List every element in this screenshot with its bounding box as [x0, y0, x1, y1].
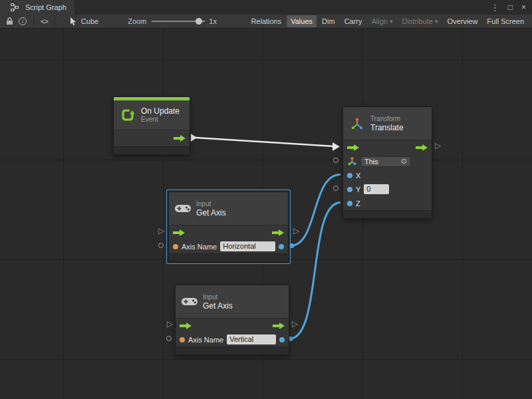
gamepad-icon — [174, 204, 192, 213]
flow-output-port[interactable] — [272, 229, 284, 236]
node-footer — [169, 253, 288, 261]
cursor-icon — [70, 17, 76, 26]
zoom-value: 1x — [209, 17, 217, 25]
y-port-label: Y — [356, 186, 360, 194]
flow-input-triangle-port[interactable]: ▷ — [158, 227, 164, 235]
node-get-axis-horizontal[interactable]: Input Get Axis Axis Name Horizontal — [168, 192, 289, 262]
node-header: Input Get Axis — [176, 285, 289, 319]
node-footer — [176, 346, 289, 354]
flow-wire-start-port[interactable] — [191, 134, 197, 142]
selected-node-outline: Input Get Axis Axis Name Horizontal — [166, 190, 291, 264]
axis-name-port-dot[interactable] — [180, 337, 185, 342]
tab-script-graph[interactable]: Script Graph — [0, 0, 74, 15]
node-title: Get Axis — [203, 301, 233, 311]
node-footer — [343, 210, 432, 218]
node-title: Get Axis — [196, 208, 226, 217]
flow-output-port[interactable] — [174, 135, 186, 142]
values-button[interactable]: Values — [287, 15, 317, 27]
flow-wire-arrowhead — [332, 142, 340, 151]
close-icon[interactable]: × — [521, 3, 526, 12]
fullscreen-button[interactable]: Full Screen — [483, 15, 528, 27]
z-port-label: Z — [356, 200, 360, 207]
y-value-field[interactable]: 0 — [364, 184, 389, 194]
axis-name-label: Axis Name — [188, 336, 223, 344]
x-input-row: X — [343, 168, 432, 182]
zoom-slider-knob[interactable] — [196, 18, 202, 25]
gamepad-icon — [181, 297, 198, 306]
node-category: Input — [203, 293, 233, 301]
align-button[interactable]: Align ▾ — [368, 15, 397, 27]
carry-button[interactable]: Carry — [340, 15, 366, 27]
y-port-dot[interactable] — [347, 187, 352, 192]
maximize-icon[interactable]: □ — [508, 3, 513, 12]
flow-input-port[interactable] — [173, 229, 185, 236]
node-header: Input Get Axis — [169, 192, 288, 225]
axis-value-output-dot[interactable] — [279, 337, 285, 342]
graph-icon — [11, 3, 19, 11]
info-icon[interactable]: i — [19, 17, 27, 25]
this-object-field[interactable]: This ⊙ — [360, 156, 411, 167]
toolbar-separator — [33, 17, 34, 26]
node-footer — [114, 146, 190, 154]
flow-output-triangle-port[interactable]: ▷ — [435, 142, 441, 150]
x-port-dot[interactable] — [347, 173, 352, 178]
flow-output-port[interactable] — [416, 144, 428, 151]
tab-bar: Script Graph ⋮ □ × — [0, 0, 532, 15]
node-translate[interactable]: Transform Translate — [342, 106, 432, 219]
node-subtitle: Event — [141, 116, 180, 124]
graph-toolbar: i <> Cube Zoom 1x Relations Values Dim C… — [0, 15, 532, 29]
node-on-update[interactable]: On Update Event — [113, 96, 190, 155]
y-input-ring-port[interactable] — [333, 186, 338, 191]
z-port-dot[interactable] — [347, 201, 352, 206]
on-update-icon — [119, 108, 136, 122]
transform-mini-icon — [347, 157, 357, 166]
flow-input-port[interactable] — [180, 323, 192, 329]
window-controls: ⋮ □ × — [491, 0, 532, 15]
flow-row — [343, 140, 432, 154]
axis-name-row: Axis Name Horizontal — [169, 239, 288, 253]
value-wire-vertical[interactable] — [289, 203, 340, 339]
flow-input-port[interactable] — [347, 144, 359, 151]
axis-name-field[interactable]: Vertical — [227, 334, 276, 344]
z-input-row: Z — [343, 196, 432, 210]
distribute-button[interactable]: Distribute ▾ — [398, 15, 442, 27]
transform-icon — [348, 117, 366, 130]
axis-name-field[interactable]: Horizontal — [220, 241, 275, 251]
node-category: Transform — [370, 115, 404, 123]
this-row: This ⊙ — [343, 154, 432, 168]
distribute-label: Distribute — [402, 17, 433, 25]
node-category: Input — [196, 200, 226, 208]
x-port-label: X — [356, 172, 360, 180]
flow-output-triangle-port[interactable]: ▷ — [292, 320, 298, 328]
caret-down-icon: ▾ — [435, 18, 438, 25]
axis-value-output-dot[interactable] — [279, 244, 284, 249]
code-icon[interactable]: <> — [41, 17, 48, 25]
flow-output-port[interactable] — [273, 323, 285, 329]
this-object-label: This — [364, 158, 378, 166]
this-input-ring-port[interactable] — [333, 158, 338, 163]
zoom-slider[interactable] — [152, 17, 205, 26]
caret-down-icon: ▾ — [390, 18, 393, 25]
flow-row — [176, 319, 289, 332]
toolbar-buttons: Relations Values Dim Carry Align ▾ Distr… — [247, 15, 529, 27]
graph-canvas[interactable]: On Update Event — [0, 29, 532, 399]
flow-row — [169, 225, 288, 239]
axis-name-ring-port[interactable] — [166, 336, 172, 341]
flow-wire[interactable] — [196, 138, 334, 146]
node-title: Translate — [370, 123, 404, 132]
relations-button[interactable]: Relations — [247, 15, 285, 27]
node-get-axis-vertical[interactable]: Input Get Axis Axis Name Vertical — [175, 285, 289, 355]
zoom-label: Zoom — [128, 17, 146, 25]
dim-button[interactable]: Dim — [318, 15, 339, 27]
flow-output-row — [114, 130, 190, 146]
menu-icon[interactable]: ⋮ — [491, 3, 499, 13]
lock-icon[interactable] — [6, 17, 13, 25]
axis-name-ring-port[interactable] — [158, 243, 164, 248]
axis-name-port-dot[interactable] — [173, 244, 178, 249]
flow-input-triangle-port[interactable]: ▷ — [167, 320, 173, 328]
y-input-row: Y 0 — [343, 182, 432, 196]
flow-output-triangle-port[interactable]: ▷ — [293, 227, 299, 235]
axis-name-label: Axis Name — [182, 243, 217, 251]
object-picker-icon[interactable]: ⊙ — [401, 158, 407, 165]
overview-button[interactable]: Overview — [444, 15, 482, 27]
